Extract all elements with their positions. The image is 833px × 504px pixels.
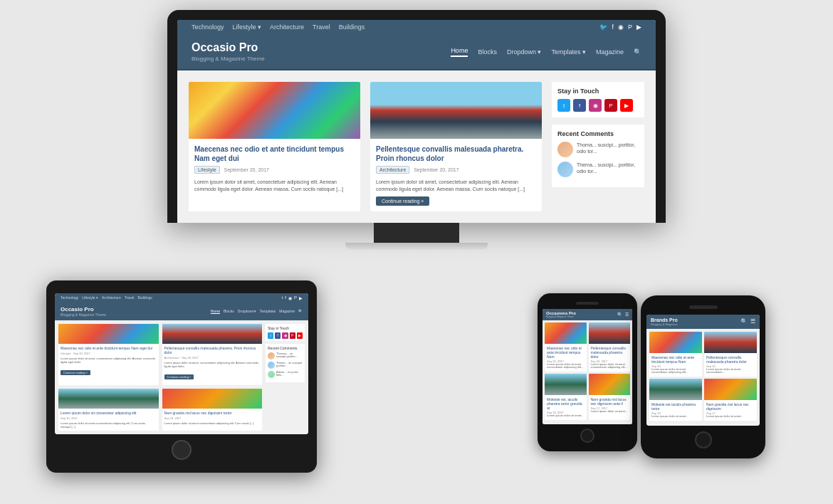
tablet-read-more-2[interactable]: Continue reading » (164, 374, 194, 379)
twitter-btn[interactable]: t (557, 99, 570, 112)
phone-card-4-title: Nam gravida nisl lacus nec dignissim (706, 402, 755, 411)
inner-phone-card-1-title: Maecenas nec odio et ante tincidunt temp… (547, 346, 585, 359)
phone-frame: Brands Pro Blogging & Magazine 🔍 ☰ Maece… (641, 295, 765, 458)
article-card-2: Pellentesque convallis malesuada pharetr… (370, 82, 542, 211)
inner-phone-logo-area: Occasions Pro Blogging & Magazine Theme (546, 311, 576, 318)
tablet-sidebar-placeholder (266, 389, 305, 431)
article-1-tag[interactable]: Lifestyle (194, 166, 220, 174)
tablet-card-2-body: Pellentesque convallis malesuada pharetr… (162, 344, 263, 383)
article-1-body: Maecenas nec odio et ante tincidunt temp… (189, 139, 360, 199)
tablet-card-1-meta: Lifestyle · Sep 20, 2017 (61, 352, 157, 355)
pinterest-icon[interactable]: P (628, 23, 632, 31)
article-2-tag[interactable]: Architecture (376, 166, 409, 174)
topbar-nav: Technology Lifestyle ▾ Architecture Trav… (192, 23, 365, 31)
tablet-content-row2: Lorem ipsum dolor sit consectetur adipis… (55, 389, 308, 434)
tablet-home-button[interactable] (172, 440, 192, 460)
inner-phone-home-button[interactable] (580, 429, 594, 443)
tablet-card-2: Pellentesque convallis malesuada pharetr… (162, 324, 263, 385)
youtube-icon[interactable]: ▶ (636, 23, 641, 31)
phone-card-3: Molestie est iaculis pharetra tortor Sep… (649, 379, 702, 421)
tablet-content: Maecenas nec odio et ante tincidunt temp… (55, 320, 308, 389)
stay-in-touch-widget: Stay in Touch t f ◉ P ▶ (552, 82, 644, 117)
inner-phone-img-3 (545, 374, 587, 395)
tablet-comment-text-3: Admin... on porta felis... (276, 371, 303, 378)
topbar-nav-item[interactable]: Technology (192, 23, 224, 31)
facebook-btn[interactable]: f (573, 99, 586, 112)
inner-phone-card-4-text: Lorem ipsum dolor sit amet... (591, 410, 629, 414)
inner-phone-frame: Occasions Pro Blogging & Magazine Theme … (538, 293, 637, 451)
tablet-main: Maecenas nec odio et ante tincidunt temp… (58, 324, 262, 385)
inner-phone-card-1-text: Lorem ipsum dolor sit amet consectetuer … (547, 363, 585, 370)
inner-phone-header: Occasions Pro Blogging & Magazine Theme … (543, 309, 632, 320)
tablet-nav-build: Buildings (137, 295, 152, 300)
comment-avatar-1 (557, 142, 573, 157)
social-icons-row: t f ◉ P ▶ (557, 99, 639, 112)
tablet-comment-text-1: Thomas... on suscipit portitor... (276, 352, 303, 359)
twitter-icon[interactable]: 🐦 (599, 23, 607, 31)
tablet-card-2-text: Lorem ipsum dolor sit amet, consectetuer… (164, 361, 261, 368)
read-more-btn-2[interactable]: Continue reading » (376, 196, 429, 206)
phone-card-2: Pellentesque convallis malesuada pharetr… (704, 332, 757, 377)
tablet-read-more-1[interactable]: Continue reading » (61, 370, 90, 375)
inner-phone-card-1-body: Maecenas nec odio et ante tincidunt temp… (545, 344, 587, 372)
youtube-btn[interactable]: ▶ (620, 99, 633, 112)
facebook-icon[interactable]: f (612, 23, 614, 31)
instagram-btn[interactable]: ◉ (589, 99, 602, 112)
tablet-main-row2: Lorem ipsum dolor sit consectetur adipis… (58, 389, 262, 431)
article-2-image (370, 82, 542, 139)
tablet-comment-text-2: Theme... on suscipit portitor... (276, 362, 303, 369)
site-topbar: Technology Lifestyle ▾ Architecture Trav… (177, 20, 656, 34)
t-nav-home: Home (211, 309, 220, 314)
inner-phone-card-2-title: Pellentesque convallis malesuada pharetr… (591, 346, 629, 359)
tablet-card-3: Lorem ipsum dolor sit consectetur adipis… (58, 389, 159, 431)
article-2-excerpt: Lorem ipsum dolor sit amet, consectetuer… (376, 179, 536, 193)
tablet-site-header: Occasio Pro Blogging & Magazine Theme Ho… (55, 303, 308, 320)
pinterest-btn[interactable]: P (604, 99, 617, 112)
t-twitter: t (282, 295, 283, 300)
phone-card-2-title: Pellentesque convallis malesuada pharetr… (706, 355, 755, 364)
stay-in-touch-title: Stay in Touch (557, 88, 639, 95)
phone-card-3-text: Lorem ipsum dolor sit amet... (651, 415, 700, 419)
inner-phone-speaker (576, 302, 599, 305)
t-nav-dd: Dropdown▾ (238, 309, 256, 314)
tablet-card-1-title: Maecenas nec odio et ante tincidunt temp… (61, 346, 157, 350)
phone-card-4-text: Lorem ipsum dolor sit amet... (706, 415, 755, 419)
inner-phone-img-1 (545, 322, 587, 344)
phone-card-1-title: Maecenas nec odio et ante tincidunt temp… (651, 355, 700, 364)
tablet-recent-comments: Recent Comments Thomas... on suscipit po… (266, 344, 305, 382)
phone-card-4: Nam gravida nisl lacus nec dignissim Sep… (704, 379, 757, 421)
topbar-nav-item[interactable]: Buildings (339, 23, 365, 31)
nav-templates[interactable]: Templates ▾ (551, 48, 586, 56)
tablet-card-3-body: Lorem ipsum dolor sit consectetur adipis… (58, 409, 159, 431)
monitor-screen: Technology Lifestyle ▾ Architecture Trav… (177, 20, 656, 223)
phone-home-button[interactable] (695, 431, 712, 448)
tablet-comment-2: Theme... on suscipit portitor... (268, 362, 303, 369)
topbar-nav-item[interactable]: Lifestyle ▾ (233, 23, 262, 31)
phone-menu-icon[interactable]: ☰ (750, 318, 755, 325)
topbar-nav-item[interactable]: Travel (313, 23, 330, 31)
article-2-body: Pellentesque convallis malesuada pharetr… (370, 139, 542, 211)
nav-dropdown[interactable]: Dropdown ▾ (507, 48, 542, 56)
recent-comments-widget: Recent Comments Thoma... suscipi... port… (552, 125, 644, 187)
comment-item-1: Thoma... suscipi... portitor, odio tor..… (557, 142, 639, 157)
inner-phone-card-4-body: Nam gravida nisl lacus nec dignissim ant… (589, 395, 631, 416)
article-card-1: Maecenas nec odio et ante tincidunt temp… (189, 82, 360, 211)
nav-blocks[interactable]: Blocks (478, 48, 497, 56)
nav-magazine[interactable]: Magazine (596, 48, 624, 56)
tablet-comment-1: Thomas... on suscipit portitor... (268, 352, 303, 359)
tablet-card-3-title: Lorem ipsum dolor sit consectetur adipis… (61, 411, 157, 415)
topbar-nav-item[interactable]: Architecture (270, 23, 304, 31)
tablet-card-3-meta: Sep 20, 2017 (61, 416, 157, 420)
phone-card-2-img (704, 332, 757, 353)
nav-home[interactable]: Home (451, 47, 468, 57)
search-icon[interactable]: 🔍 (634, 48, 641, 56)
tablet-nav-life: Lifestyle ▾ (82, 295, 98, 300)
phone-card-3-body: Molestie est iaculis pharetra tortor Sep… (649, 400, 702, 421)
instagram-icon[interactable]: ◉ (618, 23, 624, 31)
article-1-title: Maecenas nec odio et ante tincidunt temp… (194, 145, 355, 163)
phone-speaker (689, 305, 718, 309)
tablet-card-1-body: Maecenas nec odio et ante tincidunt temp… (58, 344, 159, 379)
phone-card-2-text: Lorem ipsum dolor sit amet consectetuer.… (706, 368, 755, 375)
phone-row-1: Maecenas nec odio et ante tincidunt temp… (649, 332, 757, 377)
phone-search-icon[interactable]: 🔍 (740, 318, 748, 325)
